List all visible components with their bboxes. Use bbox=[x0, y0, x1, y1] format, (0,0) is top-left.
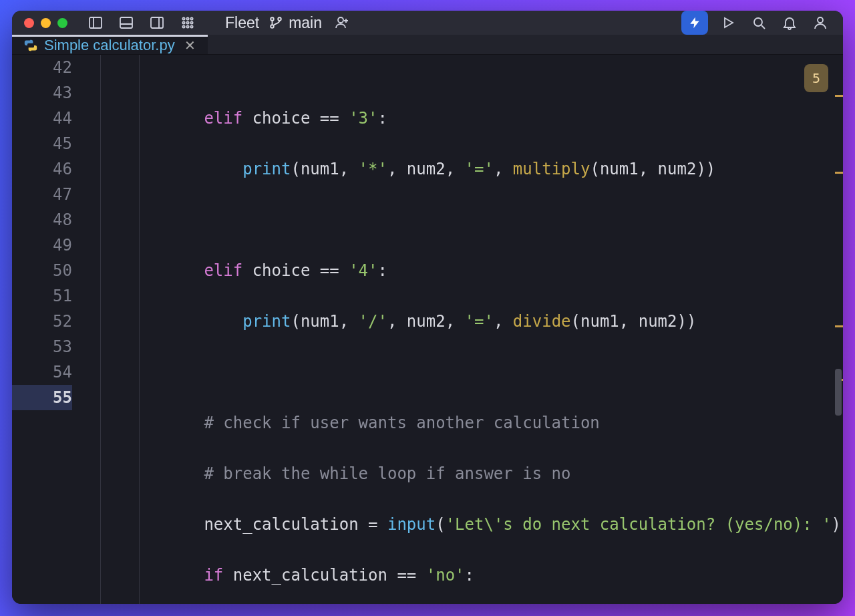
line-number[interactable]: 50 bbox=[12, 258, 72, 283]
app-window: Fleet main bbox=[12, 11, 843, 604]
svg-point-12 bbox=[182, 25, 184, 27]
code-line[interactable]: elif choice == '4': bbox=[84, 258, 843, 283]
run-button[interactable] bbox=[717, 12, 739, 33]
code-line[interactable]: # break the while loop if answer is no bbox=[84, 461, 843, 486]
line-number-gutter[interactable]: 4243444546474849505152535455 bbox=[12, 55, 84, 604]
svg-point-18 bbox=[338, 17, 343, 23]
svg-point-8 bbox=[190, 17, 192, 19]
svg-point-13 bbox=[186, 25, 188, 27]
problems-badge[interactable]: 5 bbox=[804, 64, 828, 92]
line-number[interactable]: 51 bbox=[12, 283, 72, 309]
add-collaborator-icon[interactable] bbox=[331, 12, 353, 33]
code-line[interactable]: elif choice == '3': bbox=[84, 106, 843, 131]
code-line[interactable] bbox=[84, 207, 843, 233]
svg-rect-2 bbox=[120, 17, 132, 28]
lightning-icon bbox=[688, 16, 701, 29]
line-number[interactable]: 47 bbox=[12, 182, 72, 207]
code-line[interactable] bbox=[84, 55, 843, 80]
tab-simple-calculator[interactable]: Simple calculator.py ✕ bbox=[12, 35, 208, 54]
code-line[interactable] bbox=[84, 359, 843, 385]
right-panel-toggle-icon[interactable] bbox=[146, 12, 168, 33]
line-number[interactable]: 53 bbox=[12, 334, 72, 359]
svg-point-11 bbox=[190, 21, 192, 23]
code-line[interactable]: print(num1, '*', num2, '=', multiply(num… bbox=[84, 156, 843, 182]
code-editor[interactable]: 4243444546474849505152535455 elif choice… bbox=[12, 55, 843, 604]
svg-point-14 bbox=[190, 25, 192, 27]
branch-icon bbox=[269, 15, 283, 30]
tabbar: Simple calculator.py ✕ bbox=[12, 35, 843, 55]
left-panel-toggle-icon[interactable] bbox=[85, 12, 106, 33]
bottom-panel-toggle-icon[interactable] bbox=[116, 12, 137, 33]
line-number[interactable]: 52 bbox=[12, 309, 72, 334]
line-number[interactable]: 48 bbox=[12, 207, 72, 233]
line-number[interactable]: 46 bbox=[12, 156, 72, 182]
vcs-branch-button[interactable]: main bbox=[269, 14, 322, 32]
code-area[interactable]: elif choice == '3': print(num1, '*', num… bbox=[84, 55, 843, 604]
svg-rect-0 bbox=[90, 17, 102, 28]
line-number[interactable]: 42 bbox=[12, 55, 72, 80]
svg-line-22 bbox=[761, 25, 765, 29]
line-number[interactable]: 49 bbox=[12, 233, 72, 258]
python-file-icon bbox=[24, 39, 37, 52]
svg-point-21 bbox=[754, 18, 762, 26]
traffic-lights bbox=[24, 18, 67, 28]
code-line[interactable]: if next_calculation == 'no': bbox=[84, 563, 843, 588]
tab-close-icon[interactable]: ✕ bbox=[184, 37, 196, 53]
line-number[interactable]: 44 bbox=[12, 106, 72, 131]
svg-point-10 bbox=[186, 21, 188, 23]
svg-point-15 bbox=[271, 17, 274, 21]
titlebar: Fleet main bbox=[12, 11, 843, 35]
svg-point-23 bbox=[818, 17, 823, 23]
close-window-button[interactable] bbox=[24, 18, 34, 28]
code-line[interactable]: # check if user wants another calculatio… bbox=[84, 410, 843, 436]
branch-name-label: main bbox=[289, 14, 322, 32]
svg-point-6 bbox=[182, 17, 184, 19]
apps-grid-icon[interactable] bbox=[177, 12, 198, 33]
minimap-scrollbar[interactable] bbox=[834, 55, 843, 604]
app-name-label[interactable]: Fleet bbox=[225, 14, 259, 32]
line-number[interactable]: 43 bbox=[12, 80, 72, 106]
maximize-window-button[interactable] bbox=[57, 18, 67, 28]
svg-rect-4 bbox=[151, 17, 163, 28]
line-number[interactable]: 55 bbox=[12, 385, 72, 410]
minimize-window-button[interactable] bbox=[41, 18, 51, 28]
svg-point-9 bbox=[182, 21, 184, 23]
line-number[interactable]: 45 bbox=[12, 131, 72, 156]
svg-point-16 bbox=[271, 25, 274, 28]
ai-assist-button[interactable] bbox=[681, 11, 708, 35]
svg-point-7 bbox=[186, 17, 188, 19]
svg-point-17 bbox=[278, 17, 281, 21]
search-icon[interactable] bbox=[748, 12, 770, 33]
code-line[interactable]: print(num1, '/', num2, '=', divide(num1,… bbox=[84, 309, 843, 334]
code-line[interactable]: next_calculation = input('Let\'s do next… bbox=[84, 512, 843, 537]
tab-filename-label: Simple calculator.py bbox=[44, 37, 175, 54]
account-icon[interactable] bbox=[810, 12, 831, 33]
line-number[interactable]: 54 bbox=[12, 359, 72, 385]
notifications-icon[interactable] bbox=[779, 12, 800, 33]
